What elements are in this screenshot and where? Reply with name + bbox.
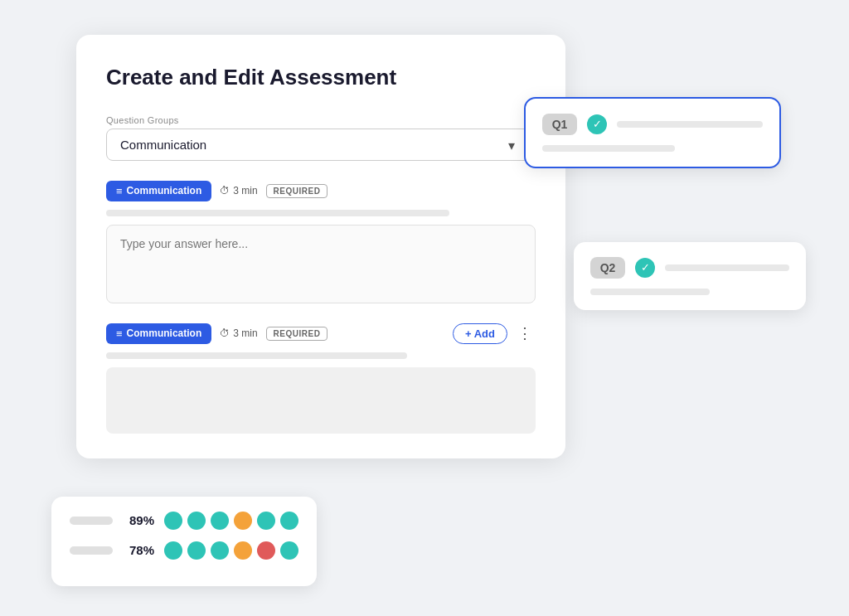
question-groups-label: Question Groups (106, 115, 536, 125)
question-1-section: ≡ Communication ⏱ 3 min REQUIRED (106, 181, 536, 307)
dots-row-2 (164, 541, 298, 560)
select-value: Communication (120, 138, 206, 152)
chevron-down-icon: ▾ (508, 138, 522, 151)
q2-label: Q2 (590, 257, 625, 279)
answer-area-2 (106, 367, 536, 434)
q1-title-line (617, 121, 763, 128)
list-icon-2: ≡ (116, 327, 123, 340)
score-row-2: 78% (70, 541, 298, 560)
q1-label: Q1 (542, 114, 577, 135)
clock-icon: ⏱ (220, 185, 230, 196)
dot-1-2 (187, 512, 206, 530)
q1-body-line (542, 145, 675, 152)
question-groups-select[interactable]: Communication ▾ (106, 129, 536, 161)
communication-tag-1[interactable]: ≡ Communication (106, 181, 211, 201)
dot-1-1 (164, 512, 182, 530)
answer-input-1[interactable] (106, 225, 536, 303)
dot-2-5 (257, 541, 275, 560)
q2-card-header: Q2 ✓ (590, 257, 789, 279)
more-options-button[interactable]: ⋮ (514, 324, 536, 342)
time-badge-2: ⏱ 3 min (220, 327, 257, 339)
score-card: 89% 78% (51, 497, 317, 586)
question-text-placeholder (106, 210, 449, 216)
q2-check-icon: ✓ (635, 258, 655, 278)
question-2-meta-left: ≡ Communication ⏱ 3 min REQUIRED (106, 323, 327, 344)
dot-1-5 (257, 512, 275, 530)
dot-1-4 (234, 512, 252, 530)
required-badge-2: REQUIRED (266, 327, 328, 341)
dot-2-6 (280, 541, 298, 560)
q2-body-line (590, 289, 710, 295)
q2-card: Q2 ✓ (574, 242, 806, 310)
question-2-section: ≡ Communication ⏱ 3 min REQUIRED + Add ⋮ (106, 323, 536, 434)
score-row-1: 89% (70, 512, 298, 530)
dot-1-3 (211, 512, 229, 530)
main-card: Create and Edit Assessment Question Grou… (76, 35, 565, 458)
required-badge-1: REQUIRED (266, 184, 328, 198)
clock-icon-2: ⏱ (220, 327, 230, 339)
dot-2-4 (234, 541, 252, 560)
question-1-meta: ≡ Communication ⏱ 3 min REQUIRED (106, 181, 536, 201)
q1-check-icon: ✓ (587, 114, 607, 134)
score-pct-2: 78% (123, 543, 154, 557)
add-button[interactable]: + Add (453, 323, 507, 344)
dot-1-6 (280, 512, 298, 530)
score-bar-1 (70, 517, 113, 525)
dot-2-3 (211, 541, 229, 560)
question-groups-field: Question Groups Communication ▾ (106, 115, 536, 161)
score-pct-1: 89% (123, 513, 154, 527)
page-title: Create and Edit Assessment (106, 65, 536, 90)
score-bar-2 (70, 546, 113, 555)
q1-card: Q1 ✓ (524, 97, 781, 168)
q2-title-line (665, 264, 789, 271)
question-2-meta-row: ≡ Communication ⏱ 3 min REQUIRED + Add ⋮ (106, 323, 536, 344)
q1-card-header: Q1 ✓ (542, 114, 763, 135)
question-2-text-placeholder (106, 352, 407, 359)
dots-row-1 (164, 512, 298, 530)
communication-tag-2[interactable]: ≡ Communication (106, 323, 211, 344)
time-badge-1: ⏱ 3 min (220, 185, 257, 196)
list-icon: ≡ (116, 185, 123, 197)
dot-2-1 (164, 541, 182, 560)
dot-2-2 (187, 541, 206, 560)
